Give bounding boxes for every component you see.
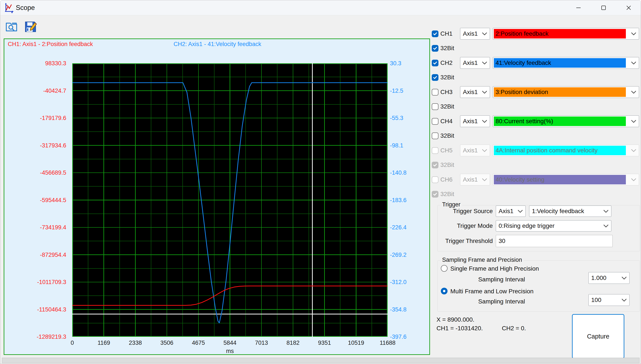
axis-tick-label: -40424.7 [43, 87, 66, 94]
axis-tick-label: 0 [55, 340, 90, 346]
axis-tick-label: 2338 [118, 340, 153, 346]
ch1-enable-checkbox[interactable] [432, 30, 439, 37]
axis-tick-label: -12.5 [390, 87, 403, 94]
single-frame-radio[interactable] [441, 265, 448, 272]
chart-header-ch1: CH1: Axis1 - 2:Position feedback [8, 41, 93, 48]
channel-group-ch2: CH2 Axis1 41:Velocity feedback 32Bit [432, 57, 640, 86]
ch2-axis-select[interactable]: Axis1 [460, 57, 490, 69]
axis-tick-label: -140.8 [390, 169, 407, 176]
chart-plot-area[interactable] [72, 63, 388, 337]
save-icon [24, 20, 37, 33]
capture-button[interactable]: Capture [572, 314, 624, 358]
ch1-32bit-label: 32Bit [440, 45, 454, 52]
ch3-signal-swatch: 3:Position deviation [494, 87, 626, 97]
cursor-ch1-readout: CH1 = -1031420. [437, 325, 483, 332]
chevron-down-icon [631, 149, 636, 152]
axis-tick-label: -872954.4 [40, 251, 66, 258]
chevron-down-icon [603, 224, 608, 228]
folder-search-icon [5, 20, 18, 33]
ch4-32bit-checkbox[interactable] [432, 132, 439, 139]
save-waveform-button[interactable] [22, 18, 39, 35]
chart-panel: CH1: Axis1 - 2:Position feedback CH2: Ax… [4, 38, 430, 355]
multi-interval-label: Sampling Interval [454, 298, 525, 305]
single-interval-select[interactable]: 1.000 [588, 272, 629, 284]
chevron-down-icon [482, 62, 487, 65]
chevron-down-icon [482, 32, 487, 36]
ch6-32bit-checkbox [432, 191, 439, 198]
ch2-signal-select[interactable]: 41:Velocity feedback [493, 57, 639, 69]
trigger-mode-select[interactable]: 0:Rising edge trigger [496, 220, 611, 232]
axis-tick-label: -183.6 [390, 196, 407, 204]
chart-header-ch2: CH2: Axis1 - 41:Velocity feedback [173, 41, 261, 48]
axis-tick-label: 30.3 [390, 60, 401, 67]
trigger-source-axis-select[interactable]: Axis1 [496, 206, 526, 217]
ch1-32bit-checkbox[interactable] [432, 45, 439, 52]
ch3-32bit-label: 32Bit [440, 103, 454, 110]
trigger-mode-label: Trigger Mode [437, 222, 493, 229]
chevron-down-icon [482, 178, 487, 181]
ch5-32bit-label: 32Bit [440, 162, 454, 168]
ch2-signal-swatch: 41:Velocity feedback [494, 58, 626, 68]
x-axis-labels: 0116923383506467558447013818293511051911… [72, 340, 388, 347]
channel-group-ch5: CH5 Axis1 4A:Internal position command v… [432, 144, 640, 173]
single-interval-label: Sampling Interval [454, 276, 525, 283]
ch1-signal-select[interactable]: 2:Position feedback [493, 28, 639, 40]
ch1-label: CH1 [440, 30, 453, 37]
channel-group-ch1: CH1 Axis1 2:Position feedback 32Bit [432, 28, 640, 56]
trigger-source-signal-select[interactable]: 1:Velocity feedback [529, 206, 611, 217]
axis-tick-label: -269.2 [390, 251, 407, 258]
axis-tick-label: 4675 [181, 340, 216, 346]
axis-tick-label: 10519 [339, 340, 373, 346]
channel-group-ch4: CH4 Axis1 80:Current setting(%) 32Bit [432, 116, 640, 144]
ch5-signal-select: 4A:Internal position command velocity [493, 144, 639, 156]
scope-window: Scope CH1: Axis1 - 2:P [0, 0, 641, 364]
chevron-down-icon [482, 120, 487, 123]
chevron-down-icon [482, 149, 487, 152]
chevron-down-icon [631, 178, 636, 181]
trigger-threshold-label: Trigger Threshold [437, 238, 493, 244]
ch1-axis-select[interactable]: Axis1 [460, 28, 490, 40]
chevron-down-icon [621, 276, 627, 280]
chevron-down-icon [631, 32, 636, 36]
minimize-button[interactable] [566, 0, 591, 15]
titlebar: Scope [0, 0, 641, 15]
ch3-32bit-checkbox[interactable] [432, 103, 439, 110]
close-icon [626, 5, 631, 10]
multi-interval-select[interactable]: 100 [588, 294, 629, 306]
ch3-axis-select[interactable]: Axis1 [460, 86, 490, 98]
right-axis-labels: 30.3-12.5-55.3-98.1-140.8-183.6-226.4-26… [390, 63, 429, 342]
channel-group-ch3: CH3 Axis1 3:Position deviation 32Bit [432, 86, 640, 115]
ch4-signal-select[interactable]: 80:Current setting(%) [493, 116, 639, 127]
chevron-down-icon [631, 62, 636, 65]
close-button[interactable] [616, 0, 641, 15]
ch6-label: CH6 [440, 176, 453, 183]
ch4-label: CH4 [440, 118, 453, 125]
chevron-down-icon [603, 210, 608, 213]
trigger-threshold-input[interactable]: 30 [496, 235, 613, 247]
single-frame-label: Single Frame and High Precision [450, 265, 539, 272]
axis-tick-label: -179179.6 [40, 114, 66, 122]
ch2-enable-checkbox[interactable] [432, 60, 439, 66]
axis-tick-label: 7013 [244, 340, 279, 346]
multi-frame-label: Multi Frame and Low Precision [450, 288, 533, 295]
ch5-label: CH5 [440, 147, 453, 154]
channel-group-ch6: CH6 Axis1 40:Velocity setting 32Bit [432, 174, 640, 202]
axis-tick-label: -456689.5 [40, 169, 66, 176]
ch2-label: CH2 [440, 60, 453, 66]
ch3-signal-select[interactable]: 3:Position deviation [493, 86, 639, 98]
axis-tick-label: 1169 [87, 340, 121, 346]
ch2-32bit-checkbox[interactable] [432, 74, 439, 81]
status-bar [2, 358, 639, 363]
multi-frame-radio[interactable] [441, 288, 448, 294]
open-waveform-button[interactable] [3, 18, 20, 35]
ch2-32bit-label: 32Bit [440, 74, 454, 81]
ch3-label: CH3 [440, 88, 453, 96]
ch1-signal-swatch: 2:Position feedback [494, 29, 626, 38]
ch3-enable-checkbox[interactable] [432, 89, 439, 96]
trigger-group-label: Trigger [440, 201, 462, 208]
ch4-enable-checkbox[interactable] [432, 118, 439, 125]
chevron-down-icon [631, 120, 636, 123]
axis-tick-label: -595444.5 [40, 196, 66, 204]
maximize-button[interactable] [591, 0, 616, 15]
ch4-axis-select[interactable]: Axis1 [460, 116, 490, 127]
